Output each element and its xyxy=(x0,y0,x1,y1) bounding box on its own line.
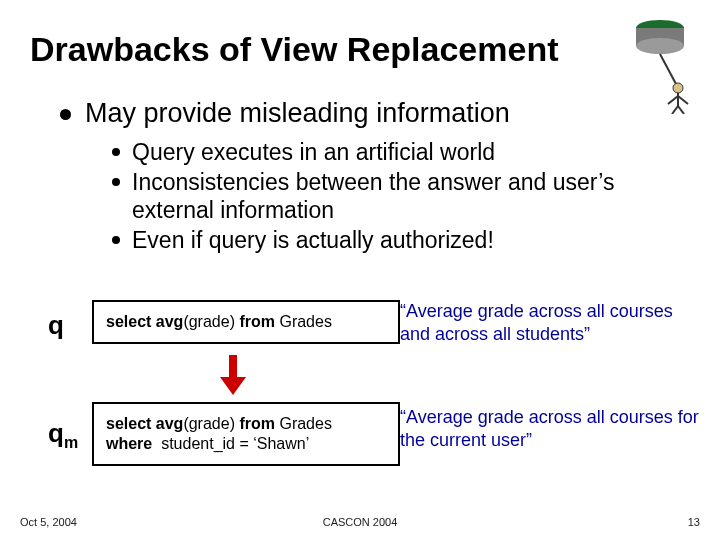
svg-line-7 xyxy=(678,96,688,104)
query-label-q: q xyxy=(48,310,64,341)
svg-rect-10 xyxy=(229,355,237,377)
code-box-q: select avg(grade) from Grades xyxy=(92,300,400,344)
slide-title: Drawbacks of View Replacement xyxy=(30,30,558,69)
quote-qm: “Average grade across all courses for th… xyxy=(400,406,700,451)
bullet-dot-icon xyxy=(112,178,120,186)
footer-page-number: 13 xyxy=(688,516,700,528)
footer-venue: CASCON 2004 xyxy=(0,516,720,528)
main-bullet-text: May provide misleading information xyxy=(85,98,510,129)
slide: Drawbacks of View Replacement May provid… xyxy=(0,0,720,540)
code-box-qm: select avg(grade) from Grades where stud… xyxy=(92,402,400,466)
main-bullet: May provide misleading information xyxy=(60,98,510,129)
bullet-dot-icon xyxy=(60,109,71,120)
code-line: where student_id = ‘Shawn’ xyxy=(106,435,309,452)
svg-line-6 xyxy=(668,96,678,104)
decorative-clipart xyxy=(618,14,698,114)
svg-line-9 xyxy=(678,106,684,114)
quote-q: “Average grade across all courses and ac… xyxy=(400,300,700,345)
down-arrow-icon xyxy=(218,355,248,395)
svg-point-4 xyxy=(673,83,683,93)
sub-bullet-text: Query executes in an artificial world xyxy=(132,138,495,166)
label-sub: m xyxy=(64,434,78,451)
code-line: select avg(grade) from Grades xyxy=(106,415,332,432)
sub-bullet-text: Inconsistencies between the answer and u… xyxy=(132,168,672,224)
svg-marker-11 xyxy=(220,377,246,395)
sub-bullet: Query executes in an artificial world xyxy=(112,138,672,166)
sub-bullet: Inconsistencies between the answer and u… xyxy=(112,168,672,224)
bullet-dot-icon xyxy=(112,236,120,244)
query-label-qm: qm xyxy=(48,418,78,452)
svg-point-2 xyxy=(636,38,684,54)
svg-line-3 xyxy=(660,54,676,84)
sub-bullet: Even if query is actually authorized! xyxy=(112,226,672,254)
label-main: q xyxy=(48,418,64,448)
bullet-dot-icon xyxy=(112,148,120,156)
sub-bullet-list: Query executes in an artificial world In… xyxy=(112,138,672,256)
svg-line-8 xyxy=(672,106,678,114)
code-line: select avg(grade) from Grades xyxy=(106,313,332,330)
sub-bullet-text: Even if query is actually authorized! xyxy=(132,226,494,254)
